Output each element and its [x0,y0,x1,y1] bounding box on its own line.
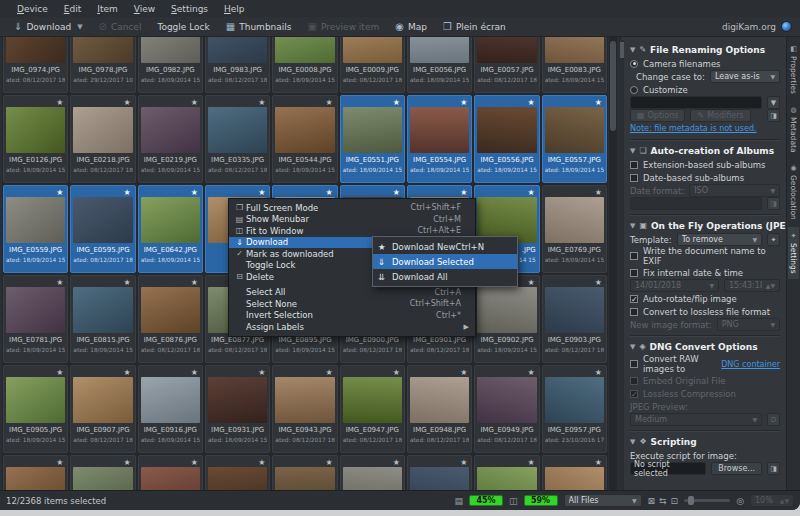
thumbnail-item[interactable]: ★IMG_E0083.JPGated: 18/09/2014 15 [542,37,607,93]
context-menu-item-assign-labels[interactable]: Assign Labels▶ [229,321,475,333]
thumbnail-item[interactable]: ★IMG_E0057.JPGated: 08/12/2017 18 [474,37,539,93]
thumbnail-item[interactable]: ★IMG_E0815.JPGated: 18/09/2014 15 [70,275,135,363]
thumbnail-item[interactable]: ★IMG_E0559.JPGated: 18/09/2014 15 [3,185,68,273]
submenu-item-download-all[interactable]: ⇊Download All [373,269,517,284]
chevron-down-icon[interactable]: ▼ [767,96,780,109]
thumbnail-item[interactable]: ★ [205,455,270,490]
menu-item[interactable]: Item [90,2,125,16]
insert-icon[interactable]: ◨ [767,109,780,122]
tab-settings[interactable]: ✦Settings [788,227,799,279]
combo-template-[interactable]: To remove▼ [677,233,762,246]
section-header-scripting[interactable]: ▼❖Scripting [630,434,780,449]
thumbnail-item[interactable]: ★IMG_E0931.JPGated: 18/09/2014 15 [205,365,270,453]
menu-view[interactable]: View [127,2,162,16]
zoom-slider-handle[interactable] [688,496,694,505]
thumbnail-item[interactable]: ★IMG_E0948.JPGated: 08/12/2017 18 [407,365,472,453]
thumbnail-item[interactable]: ★IMG_E0126.JPGated: 18/09/2014 15 [3,95,68,183]
thumbnail-item[interactable]: ★IMG_E0056.JPGated: 18/09/2014 15 [407,37,472,93]
file-filter-select[interactable]: All Files ▼ [564,494,642,507]
checkbox-unchecked[interactable] [630,360,638,368]
grid-scrollbar-handle[interactable] [610,41,616,131]
tab-metadata[interactable]: ◍Metadata [788,101,799,158]
menu-device[interactable]: Device [10,2,55,16]
script-path-input[interactable]: No script selected [630,462,706,475]
thumbnail-item[interactable]: ★IMG_0974.JPGated: 08/12/2017 18 [3,37,68,93]
radio-checked[interactable] [630,60,638,68]
thumbnail-item[interactable]: ★IMG_E0556.JPGated: 18/09/2014 15 [474,95,539,183]
section-header-dng[interactable]: ▼◈DNG Convert Options [630,339,780,354]
thumbnail-item[interactable]: ★IMG_E0219.JPGated: 18/09/2014 15 [138,95,203,183]
thumbnail-item[interactable]: ★IMG_E0218.JPGated: 08/12/2017 18 [70,95,135,183]
combo-change-case-to-[interactable]: Leave as-is▼ [710,70,780,83]
thumbnail-item[interactable]: ★IMG_0982.JPGated: 18/09/2014 15 [138,37,203,93]
thumbnail-item[interactable]: ★IMG_E0907.JPGated: 08/12/2017 18 [70,365,135,453]
menu-settings[interactable]: Settings [164,2,215,16]
thumbnail-item[interactable]: ★IMG_E0916.JPGated: 18/09/2014 15 [138,365,203,453]
menu-edit[interactable]: Edit [57,2,88,16]
thumbnail-item[interactable]: ★ [340,455,405,490]
thumbnail-item[interactable]: ★ [407,455,472,490]
thumbnail-item[interactable]: ★ [138,455,203,490]
thumbnail-item[interactable]: ★IMG_E0876.JPGated: 08/12/2017 18 [138,275,203,363]
info-icon[interactable]: D [767,413,780,426]
context-menu-item-full-screen-mode[interactable]: ❒Full Screen ModeCtrl+Shift+F [229,202,475,214]
thumbnail-item[interactable]: ★IMG_E0554.JPGated: 18/09/2014 15 [407,95,472,183]
section-header-file-renaming[interactable]: ▼✎File Renaming Options [630,42,780,57]
thumbnail-item[interactable]: ★IMG_E0905.JPGated: 18/09/2014 15 [3,365,68,453]
metadata-note-link[interactable]: Note: file metadata is not used. [630,124,757,133]
context-menu-item-select-all[interactable]: Select AllCtrl+A [229,287,475,299]
section-header-albums[interactable]: ▼❏Auto-creation of Albums [630,143,780,158]
thumbnail-item[interactable]: ★IMG_E0957.JPGated: 23/10/2016 17 [542,365,607,453]
swap-icon[interactable]: ⇆ [659,496,667,506]
thumbnail-item[interactable]: ★ [272,455,337,490]
fit-select-icon[interactable]: ⊠ [648,496,656,506]
thumbnail-item[interactable]: ★IMG_E0595.JPGated: 08/12/2017 18 [70,185,135,273]
thumbnail-item[interactable]: ★IMG_E0943.JPGated: 08/12/2017 18 [272,365,337,453]
thumbnail-item[interactable]: ★IMG_E0335.JPGated: 08/12/2017 18 [205,95,270,183]
thumbnail-item[interactable]: ★IMG_E0902.JPGated: 18/09/2014 15 [474,275,539,363]
menu-help[interactable]: Help [217,2,252,16]
checkbox-unchecked[interactable] [630,161,638,169]
context-menu-item-invert-selection[interactable]: Invert SelectionCtrl+* [229,310,475,322]
zoom-slider[interactable] [684,499,730,502]
thumbnail-item[interactable]: ★IMG_E0009.JPGated: 08/12/2017 18 [340,37,405,93]
thumbnail-item[interactable]: ★IMG_E0008.JPGated: 18/09/2014 15 [272,37,337,93]
thumbnail-item[interactable]: ★IMG_E0903.JPGated: 08/12/2017 18 [542,275,607,363]
toolbar-map-button[interactable]: ◉Map [389,19,435,34]
browse-button[interactable]: Browse... [711,462,762,475]
thumbnail-item[interactable]: ★IMG_0983.JPGated: 08/12/2017 18 [205,37,270,93]
checkbox-checked[interactable] [630,295,638,303]
thumbnail-item[interactable]: ★ [542,455,607,490]
grid-scrollbar[interactable] [609,37,617,490]
toolbar-toggle-lock-button[interactable]: Toggle Lock [151,20,217,34]
dng-container-link[interactable]: DNG container [721,360,780,369]
checkbox-unchecked[interactable] [630,308,638,316]
thumbnail-item[interactable]: ★IMG_E0551.JPGated: 18/09/2014 15 [340,95,405,183]
thumbnail-item[interactable]: ★ [474,455,539,490]
context-menu-item-fit-to-window[interactable]: ◫Fit to WindowCtrl+Alt+E [229,225,475,237]
sidebar-scrollbar-handle[interactable] [620,42,624,58]
context-menu-item-select-none[interactable]: Select NoneCtrl+Shift+A [229,298,475,310]
thumbnail-item[interactable]: ★IMG_E0544.JPGated: 18/09/2014 15 [272,95,337,183]
checkbox-unchecked[interactable] [630,174,638,182]
thumbnail-item[interactable]: ★IMG_E0557.JPGated: 18/09/2014 15 [542,95,607,183]
checkbox-unchecked[interactable] [630,252,638,260]
tab-properties[interactable]: ◧Properties [788,40,799,99]
context-menu-item-show-menubar[interactable]: ▤Show MenubarCtrl+M [229,214,475,226]
toolbar-thumbnails-button[interactable]: ▦Thumbnails [220,19,300,34]
toolbar-download-button[interactable]: ⇓Download▼ [8,19,91,34]
zoom-level-spinbox[interactable]: 10% ▲▼ [750,494,794,507]
checkbox-unchecked[interactable] [630,269,638,277]
thumbnail-item[interactable]: ★ [70,455,135,490]
thumbnail-item[interactable]: ★ [3,455,68,490]
fit-window-icon[interactable]: ⊡ [671,496,679,506]
tab-geolocation[interactable]: ◉Geolocation [788,159,799,225]
insert-icon[interactable]: ◨ [767,462,780,475]
section-header-otf[interactable]: ▼▣On the Fly Operations (JPEG only) [630,218,780,233]
submenu-item-download-new[interactable]: ★Download NewCtrl+N [373,239,517,254]
thumbnail-item[interactable]: ★IMG_E0949.JPGated: 08/12/2017 18 [474,365,539,453]
rename-pattern-input[interactable] [630,96,762,109]
toolbar-plein-cran-button[interactable]: ❒Plein écran [437,19,514,34]
thumbnail-item[interactable]: ★IMG_E0947.JPGated: 08/12/2017 18 [340,365,405,453]
thumbnail-item[interactable]: ★IMG_0978.JPGated: 29/12/2017 10 [70,37,135,93]
